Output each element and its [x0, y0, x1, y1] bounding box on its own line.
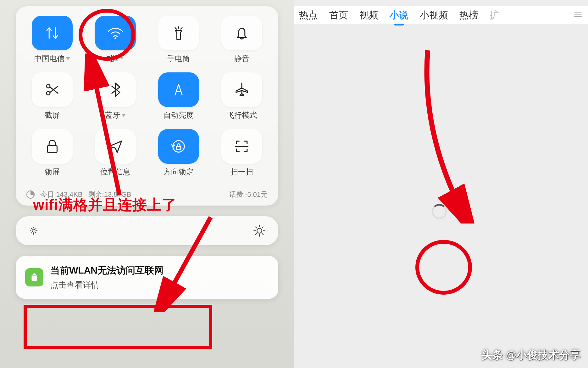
control-center-panel: 中国电信 zjj1 手电筒 静音 — [16, 6, 278, 206]
lockscreen-button[interactable] — [32, 129, 73, 164]
svg-point-6 — [257, 228, 262, 233]
lock-icon — [43, 138, 61, 155]
annotation-text: wifi满格并且连接上了 — [33, 195, 177, 215]
tile-label: 位置信息 — [100, 167, 130, 177]
tab-hotlist[interactable]: 热榜 — [459, 7, 478, 24]
tile-label: 手电筒 — [167, 54, 190, 64]
scissors-icon — [43, 81, 61, 99]
brightness-low-icon — [28, 225, 40, 237]
tile-lockscreen: 锁屏 — [25, 129, 80, 177]
orientation-toggle[interactable] — [158, 129, 199, 164]
tile-label: 锁屏 — [45, 167, 60, 177]
flashlight-icon — [170, 24, 187, 42]
airplane-toggle[interactable] — [221, 72, 262, 107]
app-icon — [25, 268, 43, 286]
tab-hotspot[interactable]: 热点 — [299, 7, 318, 24]
notif-sub: 点击查看详情 — [50, 280, 164, 291]
orientation-lock-icon — [170, 138, 187, 155]
tile-label: 截屏 — [45, 110, 60, 120]
bell-icon — [233, 24, 251, 42]
flashlight-toggle[interactable] — [158, 16, 199, 50]
tile-orientation: 方向锁定 — [152, 129, 206, 177]
tile-cellular: 中国电信 — [25, 16, 80, 64]
wlan-warning-notification[interactable]: 当前WLAN无法访问互联网 点击查看详情 — [16, 256, 278, 299]
tile-scan: 扫一扫 — [214, 129, 269, 177]
watermark: 头条 @小俊技术分享 — [481, 348, 580, 362]
tile-bluetooth: 蓝牙 — [88, 72, 143, 120]
auto-brightness-icon — [170, 81, 187, 99]
tile-label: 静音 — [234, 54, 249, 64]
tile-label: 自动亮度 — [164, 110, 194, 120]
tab-bar: 热点 首页 视频 小说 小视频 热榜 扩 — [294, 6, 588, 24]
control-center-screenshot: 中国电信 zjj1 手电筒 静音 — [0, 0, 294, 368]
tile-label: 方向锁定 — [164, 167, 194, 177]
bluetooth-icon — [107, 81, 124, 99]
hamburger-icon — [573, 9, 583, 19]
svg-point-2 — [47, 92, 50, 95]
android-icon — [29, 272, 40, 283]
tab-home[interactable]: 首页 — [329, 7, 348, 24]
annotation-rect-notif — [24, 305, 212, 349]
annotation-circle-wifi — [79, 9, 135, 61]
navigation-icon — [107, 138, 124, 155]
quick-settings-grid: 中国电信 zjj1 手电筒 静音 — [25, 16, 269, 177]
cellular-swap-icon — [43, 24, 61, 42]
svg-point-5 — [32, 229, 35, 232]
scan-icon — [233, 138, 251, 155]
chevron-down-icon — [66, 57, 70, 60]
tile-label: 中国电信 — [34, 54, 70, 64]
tile-label: 飞行模式 — [227, 110, 257, 120]
usage-fee: 话费:-5.01元 — [229, 190, 268, 199]
svg-rect-3 — [47, 145, 57, 152]
notif-title: 当前WLAN无法访问互联网 — [50, 264, 164, 277]
tile-location: 位置信息 — [88, 129, 143, 177]
tab-novel[interactable]: 小说 — [390, 7, 408, 24]
notif-body: 当前WLAN无法访问互联网 点击查看详情 — [50, 264, 164, 291]
brightness-high-icon — [252, 224, 266, 238]
bluetooth-toggle[interactable] — [95, 72, 136, 107]
tab-overflow[interactable]: 扩 — [490, 7, 499, 24]
annotation-circle-spinner — [415, 240, 472, 295]
autobrightness-toggle[interactable] — [158, 72, 199, 107]
location-toggle[interactable] — [95, 129, 136, 164]
mute-toggle[interactable] — [221, 16, 262, 50]
tab-shortvideo[interactable]: 小视频 — [420, 7, 448, 24]
screenshot-button[interactable] — [32, 72, 73, 107]
chevron-down-icon — [121, 114, 126, 117]
tile-label: 蓝牙 — [105, 110, 126, 120]
tab-video[interactable]: 视频 — [359, 7, 378, 24]
divider — [24, 184, 270, 184]
news-app-screenshot: 热点 首页 视频 小说 小视频 热榜 扩 头条 @小俊技术分享 — [294, 0, 588, 368]
menu-icon[interactable] — [573, 9, 583, 21]
loading-spinner — [432, 204, 451, 223]
spinner-icon — [432, 204, 447, 219]
annotation-arrow-right — [418, 47, 475, 224]
cellular-toggle[interactable] — [32, 16, 73, 50]
tile-autobrightness: 自动亮度 — [152, 72, 206, 120]
tile-mute: 静音 — [214, 16, 269, 64]
svg-point-1 — [47, 84, 50, 88]
airplane-icon — [233, 81, 251, 99]
brightness-slider[interactable] — [16, 216, 278, 245]
tile-screenshot: 截屏 — [25, 72, 80, 120]
tile-flashlight: 手电筒 — [152, 16, 206, 64]
scan-button[interactable] — [221, 129, 262, 164]
tile-label: 扫一扫 — [230, 167, 253, 177]
tile-airplane: 飞行模式 — [214, 72, 269, 120]
